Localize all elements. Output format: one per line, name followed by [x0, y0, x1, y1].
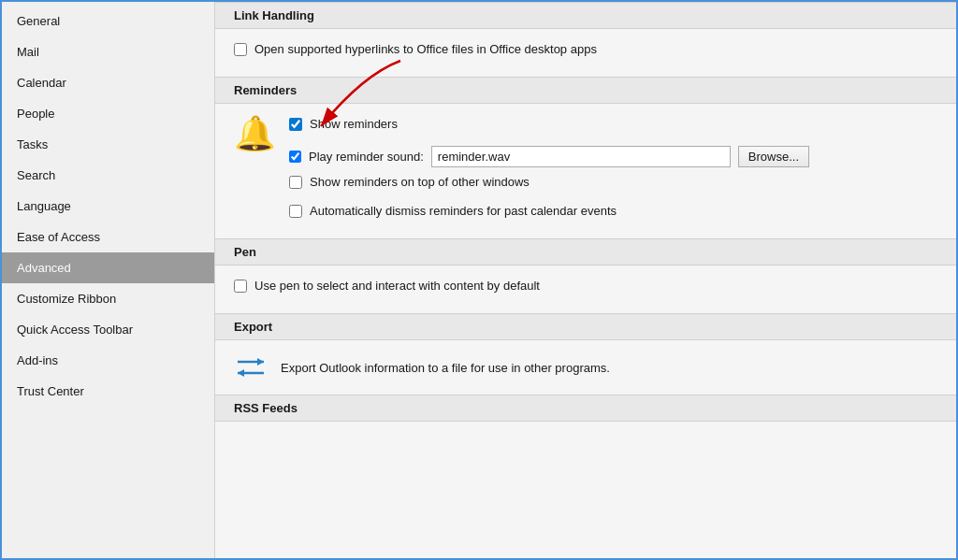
sidebar-item-add-ins[interactable]: Add-ins — [2, 345, 214, 376]
reminders-area: 🔔 Show reminders — [215, 104, 956, 238]
sidebar-item-people[interactable]: People — [2, 98, 214, 129]
bell-container: 🔔 — [234, 117, 276, 151]
sidebar-item-language[interactable]: Language — [2, 191, 214, 222]
sidebar-item-calendar[interactable]: Calendar — [2, 67, 214, 98]
show-reminders-label: Show reminders — [310, 117, 398, 131]
reminders-options: Show reminders Play reminder sound: Brow… — [289, 117, 937, 225]
sidebar-item-trust-center[interactable]: Trust Center — [2, 376, 214, 407]
sidebar-item-tasks[interactable]: Tasks — [2, 129, 214, 160]
show-on-top-checkbox[interactable] — [289, 176, 302, 189]
export-row: Export Outlook information to a file for… — [215, 340, 956, 395]
rss-feeds-header: RSS Feeds — [215, 395, 956, 422]
pen-checkbox-row: Use pen to select and interact with cont… — [234, 279, 937, 293]
link-handling-section: Link Handling Open supported hyperlinks … — [215, 2, 956, 77]
svg-marker-2 — [257, 358, 264, 366]
export-section: Export Export Outlook information to a f… — [215, 313, 956, 395]
sidebar-item-mail[interactable]: Mail — [2, 36, 214, 67]
show-reminders-row: Show reminders — [289, 117, 937, 131]
browse-button[interactable]: Browse... — [738, 146, 809, 167]
export-arrows-icon — [234, 353, 268, 381]
play-sound-row: Play reminder sound: Browse... — [289, 146, 937, 167]
sound-file-input[interactable] — [431, 146, 731, 167]
auto-dismiss-checkbox[interactable] — [289, 205, 302, 218]
pen-header: Pen — [215, 238, 956, 266]
show-on-top-label: Show reminders on top of other windows — [310, 175, 530, 189]
auto-dismiss-label: Automatically dismiss reminders for past… — [310, 204, 617, 218]
sidebar-item-advanced[interactable]: Advanced — [2, 252, 214, 283]
play-sound-checkbox[interactable] — [289, 151, 301, 163]
link-handling-content: Open supported hyperlinks to Office file… — [215, 29, 956, 77]
export-description: Export Outlook information to a file for… — [281, 361, 610, 375]
link-handling-checkbox-row: Open supported hyperlinks to Office file… — [234, 42, 937, 56]
show-on-top-row: Show reminders on top of other windows — [289, 175, 937, 189]
export-icon — [234, 353, 268, 381]
pen-content: Use pen to select and interact with cont… — [215, 266, 956, 313]
sidebar-item-ease-of-access[interactable]: Ease of Access — [2, 222, 214, 252]
sidebar-item-customize-ribbon[interactable]: Customize Ribbon — [2, 283, 214, 314]
show-reminders-checkbox[interactable] — [289, 118, 302, 131]
play-sound-label: Play reminder sound: — [309, 150, 424, 164]
pen-checkbox[interactable] — [234, 280, 247, 293]
open-hyperlinks-checkbox[interactable] — [234, 43, 247, 56]
sidebar-item-search[interactable]: Search — [2, 160, 214, 191]
sidebar: GeneralMailCalendarPeopleTasksSearchLang… — [2, 2, 215, 558]
rss-feeds-section: RSS Feeds — [215, 395, 956, 422]
reminders-header: Reminders — [215, 77, 956, 104]
link-handling-header: Link Handling — [215, 2, 956, 29]
main-content: Link Handling Open supported hyperlinks … — [215, 2, 956, 558]
auto-dismiss-row: Automatically dismiss reminders for past… — [289, 204, 937, 218]
sidebar-item-general[interactable]: General — [2, 6, 214, 36]
reminders-section: Reminders 🔔 Sh — [215, 77, 956, 238]
bell-icon: 🔔 — [234, 114, 276, 152]
svg-marker-4 — [238, 369, 244, 377]
pen-checkbox-label: Use pen to select and interact with cont… — [254, 279, 540, 293]
sidebar-item-quick-access-toolbar[interactable]: Quick Access Toolbar — [2, 314, 214, 345]
open-hyperlinks-label: Open supported hyperlinks to Office file… — [254, 42, 597, 56]
export-header: Export — [215, 313, 956, 340]
pen-section: Pen Use pen to select and interact with … — [215, 238, 956, 313]
